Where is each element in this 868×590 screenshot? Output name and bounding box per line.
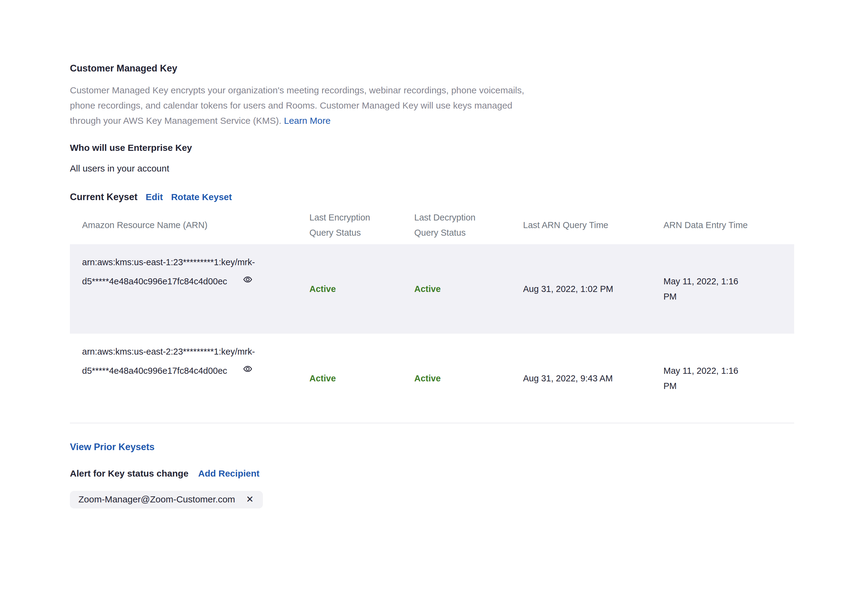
arn-data-entry-time: May 11, 2022, 1:16 PM bbox=[663, 244, 794, 334]
column-header-arn-data-entry-time: ARN Data Entry Time bbox=[663, 206, 794, 244]
column-header-last-arn-query-time: Last ARN Query Time bbox=[523, 206, 663, 244]
table-header-row: Amazon Resource Name (ARN) Last Encrypti… bbox=[70, 206, 794, 244]
alert-heading: Alert for Key status change bbox=[70, 468, 189, 479]
table-row: arn:aws:kms:us-east-2:23*********1:key/m… bbox=[70, 334, 794, 423]
edit-keyset-link[interactable]: Edit bbox=[146, 192, 163, 202]
add-recipient-link[interactable]: Add Recipient bbox=[198, 468, 260, 479]
table-row: arn:aws:kms:us-east-1:23*********1:key/m… bbox=[70, 244, 794, 334]
rotate-keyset-link[interactable]: Rotate Keyset bbox=[171, 192, 232, 202]
recipient-chip: Zoom-Manager@Zoom-Customer.com ✕ bbox=[70, 491, 263, 509]
enterprise-key-heading: Who will use Enterprise Key bbox=[70, 142, 868, 154]
arn-value: arn:aws:kms:us-east-2:23*********1:key/m… bbox=[82, 347, 255, 376]
column-header-arn: Amazon Resource Name (ARN) bbox=[70, 206, 309, 244]
decryption-status: Active bbox=[414, 334, 523, 423]
recipient-email: Zoom-Manager@Zoom-Customer.com bbox=[78, 494, 235, 504]
customer-managed-key-panel: Customer Managed Key Customer Managed Ke… bbox=[0, 0, 868, 509]
page-description: Customer Managed Key encrypts your organ… bbox=[70, 83, 544, 128]
eye-icon bbox=[242, 275, 254, 284]
arn-value: arn:aws:kms:us-east-1:23*********1:key/m… bbox=[82, 257, 255, 286]
keyset-table: Amazon Resource Name (ARN) Last Encrypti… bbox=[70, 206, 794, 423]
column-header-decryption-status: Last Decryption Query Status bbox=[414, 206, 523, 244]
current-keyset-row: Current Keyset Edit Rotate Keyset bbox=[70, 192, 868, 203]
reveal-arn-button[interactable] bbox=[242, 364, 254, 374]
encryption-status: Active bbox=[309, 334, 414, 423]
last-arn-query-time: Aug 31, 2022, 9:43 AM bbox=[523, 334, 663, 423]
column-header-encryption-status: Last Encryption Query Status bbox=[309, 206, 414, 244]
decryption-status: Active bbox=[414, 244, 523, 334]
close-icon: ✕ bbox=[246, 494, 254, 504]
alert-row: Alert for Key status change Add Recipien… bbox=[70, 468, 868, 479]
enterprise-key-value: All users in your account bbox=[70, 163, 868, 174]
arn-cell: arn:aws:kms:us-east-1:23*********1:key/m… bbox=[70, 244, 309, 334]
eye-icon bbox=[242, 364, 254, 374]
view-prior-keysets-link[interactable]: View Prior Keysets bbox=[70, 442, 155, 452]
arn-data-entry-time: May 11, 2022, 1:16 PM bbox=[663, 334, 794, 423]
last-arn-query-time: Aug 31, 2022, 1:02 PM bbox=[523, 244, 663, 334]
page-title: Customer Managed Key bbox=[70, 62, 868, 75]
learn-more-link[interactable]: Learn More bbox=[284, 115, 331, 126]
remove-recipient-button[interactable]: ✕ bbox=[246, 495, 254, 504]
encryption-status: Active bbox=[309, 244, 414, 334]
current-keyset-heading: Current Keyset bbox=[70, 192, 137, 203]
arn-cell: arn:aws:kms:us-east-2:23*********1:key/m… bbox=[70, 334, 309, 423]
reveal-arn-button[interactable] bbox=[242, 275, 254, 284]
